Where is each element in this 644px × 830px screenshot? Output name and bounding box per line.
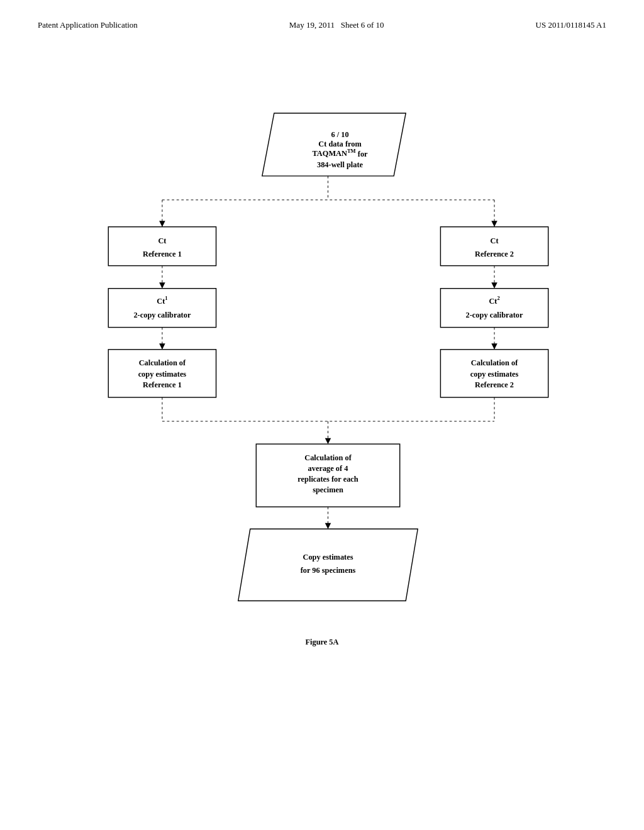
arrow-left-1: [159, 221, 165, 227]
right-cal-line2: 2-copy calibrator: [466, 311, 523, 319]
header-middle: May 19, 2011 Sheet 6 of 10: [289, 20, 384, 30]
left-cal-line2: 2-copy calibrator: [133, 311, 191, 319]
arrow-right-1: [491, 221, 497, 227]
center-avg-line4: specimen: [313, 485, 343, 494]
right-calibrator-box: [440, 289, 548, 328]
page-header: Patent Application Publication May 19, 2…: [0, 0, 644, 30]
left-ct-ref-line1: Ct: [158, 236, 167, 245]
right-ct-ref-line2: Reference 2: [475, 250, 514, 258]
arrow-left-2: [159, 282, 165, 289]
left-calc-line2: copy estimates: [138, 370, 187, 379]
center-avg-line3: replicates for each: [297, 475, 358, 484]
header-right: US 2011/0118145 A1: [536, 20, 606, 30]
right-ct-ref-line1: Ct: [491, 236, 499, 245]
header-left: Patent Application Publication: [38, 20, 138, 30]
arrow-right-2: [491, 282, 497, 289]
top-box-line3: TAQMANTM for: [313, 148, 369, 158]
left-ct-reference-box: [108, 227, 216, 266]
right-calc-line2: copy estimates: [470, 370, 519, 379]
bottom-para-line2: for 96 specimens: [301, 566, 356, 575]
bottom-para-line1: Copy estimates: [303, 553, 353, 562]
left-calc-line3: Reference 1: [143, 380, 182, 389]
right-ct-reference-box: [440, 227, 548, 266]
arrow-left-3: [159, 343, 165, 350]
bottom-parallelogram: [238, 529, 418, 600]
arrow-center-1: [325, 438, 331, 445]
top-box-line4: 384-well plate: [317, 160, 364, 169]
right-calc-line1: Calculation of: [471, 358, 518, 367]
diagram-area: 6 / 10 Ct data from TAQMANTM for 384-wel…: [0, 50, 644, 792]
left-calc-line1: Calculation of: [139, 358, 186, 367]
left-calibrator-box: [108, 289, 216, 328]
arrow-right-3: [491, 343, 497, 350]
figure-caption: Figure 5A: [306, 638, 339, 646]
right-calc-line3: Reference 2: [475, 380, 514, 389]
top-box-line1: 6 / 10: [331, 130, 348, 139]
center-avg-line1: Calculation of: [304, 453, 352, 462]
arrow-center-2: [325, 523, 331, 529]
center-avg-line2: average of 4: [308, 464, 348, 473]
left-ct-ref-line2: Reference 1: [143, 250, 182, 258]
